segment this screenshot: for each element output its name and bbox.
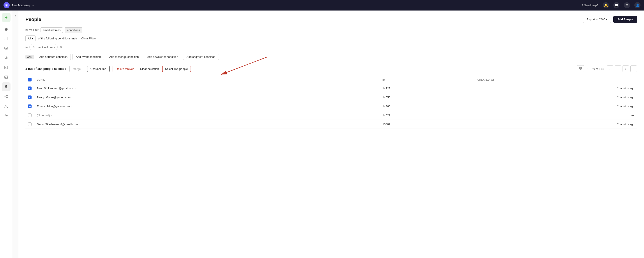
table-header-id: ID <box>380 76 475 84</box>
filter-by-label: FILTER BY <box>26 29 39 32</box>
export-csv-button[interactable]: Export to CSV ▾ <box>583 16 611 23</box>
inactive-users-filter-tag[interactable]: ☺ Inactive Users <box>29 44 58 50</box>
first-page-button[interactable]: ⏮ <box>607 66 613 72</box>
select-all-checkbox[interactable]: – <box>28 78 32 82</box>
clear-selection-link[interactable]: Clear selection <box>140 67 159 70</box>
add-event-condition-button[interactable]: Add event condition <box>72 54 104 60</box>
table-row[interactable]: –Emmy_Price@yahoo.com ›143662 months ago <box>26 102 637 111</box>
clear-filters-link[interactable]: Clear Filters <box>81 37 96 40</box>
prev-page-button[interactable]: ‹ <box>615 66 621 72</box>
and-badge: AND <box>26 55 34 59</box>
row-checkbox[interactable]: ✓ <box>28 96 32 99</box>
sidebar-item-analytics[interactable] <box>2 34 10 43</box>
sidebar-item-integrations[interactable] <box>2 92 10 101</box>
merge-button[interactable]: Merge <box>70 66 84 72</box>
collapse-button[interactable]: » <box>13 13 18 18</box>
select-all-button[interactable]: Select 154 people <box>162 66 191 72</box>
megaphone-icon <box>4 56 8 60</box>
sidebar-item-campaigns[interactable] <box>2 54 10 62</box>
people-icon <box>4 85 8 89</box>
app-logo <box>4 2 10 8</box>
row-checkbox[interactable]: ✓ <box>28 86 32 90</box>
table-row[interactable]: ✓Pink_Stoltenberg@gmail.com ›147232 mont… <box>26 84 637 93</box>
filter-section: FILTER BY email address conditions All ▾… <box>26 28 637 60</box>
table-row[interactable]: (No email) ›14022— <box>26 111 637 120</box>
filter-tag-label: Inactive Users <box>36 46 54 49</box>
row-email[interactable]: Deon_Stiedemann8@gmail.com › <box>34 120 380 129</box>
row-id: 14723 <box>380 84 475 93</box>
svg-rect-1 <box>4 39 5 40</box>
conditions-match-text: of the following conditions match <box>38 37 79 40</box>
sidebar-item-activity[interactable] <box>2 111 10 120</box>
row-id: 14022 <box>380 111 475 120</box>
dropdown-arrow-icon: ▾ <box>606 18 608 21</box>
row-email[interactable]: Percy_Moore@yahoo.com › <box>34 93 380 102</box>
row-checkbox[interactable] <box>28 122 32 126</box>
profile-button[interactable]: 👤 <box>634 2 640 8</box>
email-value[interactable]: Emmy_Price@yahoo.com › <box>37 105 377 108</box>
filter-in-label: in <box>26 46 28 49</box>
page-header: People Export to CSV ▾ Add People <box>26 16 637 23</box>
add-conditions-row: AND Add attribute condition Add event co… <box>26 54 637 60</box>
delete-forever-button[interactable]: Delete forever <box>112 66 137 72</box>
row-email[interactable]: Pink_Stoltenberg@gmail.com › <box>34 84 380 93</box>
table-row[interactable]: Deon_Stiedemann8@gmail.com ›138872 month… <box>26 120 637 129</box>
svg-point-11 <box>5 105 7 106</box>
row-checkbox[interactable] <box>28 114 32 117</box>
filter-tag-row: in ☺ Inactive Users × <box>26 44 637 50</box>
last-page-button[interactable]: ⏭ <box>630 66 637 72</box>
conditions-filter-chip[interactable]: conditions <box>64 28 82 33</box>
add-segment-condition-button[interactable]: Add segment condition <box>183 54 218 60</box>
activity-icon <box>4 114 8 118</box>
row-created-at: 2 months ago <box>475 93 637 102</box>
email-value[interactable]: Percy_Moore@yahoo.com › <box>37 96 377 99</box>
add-newsletter-condition-button[interactable]: Add newsletter condition <box>144 54 182 60</box>
email-value[interactable]: Pink_Stoltenberg@gmail.com › <box>37 87 377 90</box>
svg-rect-2 <box>6 38 6 40</box>
svg-rect-12 <box>579 68 580 68</box>
page-title: People <box>26 17 41 22</box>
add-people-button[interactable]: Add People <box>613 16 637 23</box>
chat-button[interactable]: 💬 <box>613 2 620 8</box>
unsubscribe-button[interactable]: Unsubscribe <box>87 66 110 72</box>
filter-conditions-row: All ▾ of the following conditions match … <box>26 36 637 42</box>
account-icon <box>4 104 8 108</box>
sidebar-collapse: » <box>12 10 18 258</box>
row-created-at: 2 months ago <box>475 102 637 111</box>
user-icon: 👤 <box>636 4 640 7</box>
help-link[interactable]: ? Need help? <box>581 4 598 7</box>
app-chevron-icon[interactable]: ⌄ <box>32 4 34 7</box>
selection-bar: 3 out of 154 people selected Merge Unsub… <box>26 65 637 72</box>
table-header-row: – EMAIL ID CREATED_AT <box>26 76 637 84</box>
selection-count-text: 3 out of 154 people selected <box>26 67 66 70</box>
email-address-filter-chip[interactable]: email address <box>40 28 63 33</box>
chat-icon: 💬 <box>615 4 618 7</box>
add-message-condition-button[interactable]: Add message condition <box>106 54 142 60</box>
sidebar-item-inbox[interactable] <box>2 73 10 82</box>
table-header-checkbox[interactable]: – <box>26 76 34 84</box>
row-email[interactable]: (No email) › <box>34 111 380 120</box>
svg-point-9 <box>6 95 8 96</box>
sidebar-item-messages[interactable] <box>2 44 10 52</box>
row-id: 13887 <box>380 120 475 129</box>
sidebar-item-dashboard[interactable]: ◉ <box>2 24 10 33</box>
sidebar-item-people[interactable] <box>2 82 10 91</box>
notification-button[interactable]: 🔔 <box>603 2 609 8</box>
row-email[interactable]: Emmy_Price@yahoo.com › <box>34 102 380 111</box>
next-page-button[interactable]: › <box>622 66 629 72</box>
row-checkbox[interactable]: – <box>28 104 32 108</box>
sidebar-item-terminal[interactable] <box>2 63 10 72</box>
table-row[interactable]: ✓Percy_Moore@yahoo.com ›146562 months ag… <box>26 93 637 102</box>
filter-tag-close-button[interactable]: × <box>60 45 62 49</box>
grid-view-button[interactable] <box>577 65 584 72</box>
row-created-at: — <box>475 111 637 120</box>
email-value[interactable]: Deon_Stiedemann8@gmail.com › <box>37 123 377 126</box>
sidebar-item-account[interactable] <box>2 102 10 110</box>
all-conditions-dropdown[interactable]: All ▾ <box>26 36 36 42</box>
integrations-icon <box>4 94 8 98</box>
add-attribute-condition-button[interactable]: Add attribute condition <box>36 54 71 60</box>
settings-button[interactable]: ⚙ <box>624 2 630 8</box>
top-navbar: Ami Academy ⌄ ? Need help? 🔔 💬 ⚙ 👤 <box>0 0 644 10</box>
navbar-right: ? Need help? 🔔 💬 ⚙ 👤 <box>581 2 640 8</box>
dashboard-icon: ◉ <box>4 26 8 31</box>
